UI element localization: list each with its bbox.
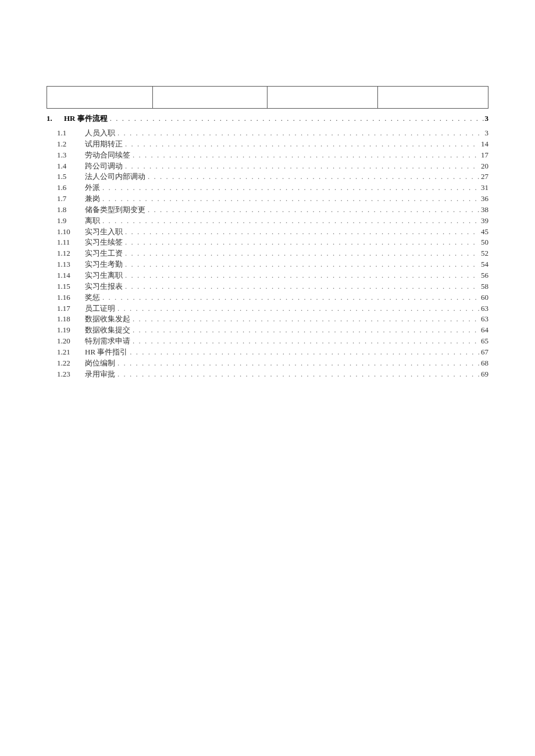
toc-row: 1.21HR 事件指引67 — [57, 347, 488, 358]
toc-row: 1.20特别需求申请65 — [57, 336, 488, 347]
toc-entry-number: 1.22 — [57, 358, 85, 369]
leader-dots — [130, 314, 480, 325]
toc-row: 1.5法人公司内部调动27 — [57, 171, 488, 182]
toc-section-row: 1. HR 事件流程 3 — [47, 113, 488, 124]
header-cell — [47, 87, 153, 109]
toc-entry-page: 39 — [480, 216, 488, 227]
toc-entry-title: 外派 — [85, 182, 100, 194]
toc-entry-title: 数据收集发起 — [85, 314, 130, 325]
leader-dots — [100, 182, 480, 194]
toc-entry-number: 1.5 — [57, 171, 85, 182]
leader-dots — [123, 259, 480, 270]
toc-entry-page: 38 — [480, 205, 488, 216]
toc-entry-number: 1.12 — [57, 248, 85, 259]
section-title: HR 事件流程 — [64, 113, 108, 124]
toc-entry-title: 奖惩 — [85, 292, 100, 303]
toc-entry-number: 1.2 — [57, 139, 85, 150]
toc-row: 1.1人员入职3 — [57, 128, 488, 139]
toc-entry-page: 50 — [480, 237, 488, 248]
toc-entry-page: 20 — [480, 161, 488, 172]
leader-dots — [115, 303, 480, 314]
header-table — [47, 86, 488, 109]
toc-entry-page: 64 — [480, 325, 488, 336]
toc-row: 1.10实习生入职45 — [57, 227, 488, 238]
toc-entry-title: 实习生考勤 — [85, 259, 123, 270]
toc-row: 1.22岗位编制68 — [57, 358, 488, 369]
toc-row: 1.14实习生离职56 — [57, 270, 488, 281]
toc-row: 1.6外派31 — [57, 182, 488, 194]
toc-entry-number: 1.6 — [57, 182, 85, 194]
toc-entry-title: 法人公司内部调动 — [85, 171, 145, 182]
toc-row: 1.7兼岗36 — [57, 194, 488, 205]
toc-row: 1.4跨公司调动20 — [57, 161, 488, 172]
leader-dots — [115, 358, 480, 369]
leader-dots — [145, 205, 480, 216]
toc-entry-number: 1.4 — [57, 161, 85, 172]
toc-row: 1.11实习生续签50 — [57, 237, 488, 248]
toc-entry-page: 36 — [480, 194, 488, 205]
toc-entry-page: 67 — [480, 347, 488, 358]
toc-entry-page: 68 — [480, 358, 488, 369]
toc-row: 1.16奖惩60 — [57, 292, 488, 303]
leader-dots — [123, 237, 480, 248]
leader-dots — [130, 150, 480, 161]
toc-row: 1.12实习生工资52 — [57, 248, 488, 259]
toc-entry-title: 实习生入职 — [85, 227, 123, 238]
toc-entry-title: 兼岗 — [85, 194, 100, 205]
toc-entry-title: 特别需求申请 — [85, 336, 130, 347]
toc-entry-number: 1.20 — [57, 336, 85, 347]
leader-dots — [100, 292, 480, 303]
toc-entry-number: 1.10 — [57, 227, 85, 238]
toc-entry-title: 试用期转正 — [85, 139, 123, 150]
toc-entry-title: 实习生报表 — [85, 281, 123, 292]
leader-dots — [123, 281, 480, 292]
toc-row: 1.3劳动合同续签17 — [57, 150, 488, 161]
toc-row: 1.17员工证明63 — [57, 303, 488, 314]
toc-entry-page: 60 — [480, 292, 488, 303]
toc-entry-page: 27 — [480, 171, 488, 182]
toc-entry-number: 1.21 — [57, 347, 85, 358]
toc-entry-title: HR 事件指引 — [85, 347, 127, 358]
leader-dots — [115, 369, 480, 380]
toc-entry-title: 数据收集提交 — [85, 325, 130, 336]
leader-dots — [123, 270, 480, 281]
toc-entry-number: 1.15 — [57, 281, 85, 292]
toc-entry-number: 1.17 — [57, 303, 85, 314]
header-cell — [378, 87, 488, 109]
leader-dots — [123, 248, 480, 259]
toc-row: 1.18数据收集发起63 — [57, 314, 488, 325]
toc-entry-number: 1.1 — [57, 128, 85, 139]
toc-entry-page: 52 — [480, 248, 488, 259]
toc-entry-page: 17 — [480, 150, 488, 161]
toc-row: 1.13实习生考勤54 — [57, 259, 488, 270]
toc-entry-title: 员工证明 — [85, 303, 115, 314]
toc-entry-number: 1.18 — [57, 314, 85, 325]
toc-entry-page: 3 — [484, 128, 489, 139]
toc-entry-title: 实习生工资 — [85, 248, 123, 259]
header-cell — [153, 87, 268, 109]
toc-entry-title: 岗位编制 — [85, 358, 115, 369]
section-page: 3 — [484, 114, 489, 123]
toc-entry-number: 1.13 — [57, 259, 85, 270]
table-row — [47, 87, 488, 109]
toc-entry-number: 1.23 — [57, 369, 85, 380]
toc-entry-title: 录用审批 — [85, 369, 115, 380]
toc-entry-number: 1.11 — [57, 237, 85, 248]
toc-entry-number: 1.7 — [57, 194, 85, 205]
toc-row: 1.15实习生报表58 — [57, 281, 488, 292]
toc-entry-title: 离职 — [85, 216, 100, 227]
toc-list: 1.1人员入职31.2试用期转正141.3劳动合同续签171.4跨公司调动201… — [47, 128, 488, 379]
toc-entry-title: 储备类型到期变更 — [85, 205, 145, 216]
leader-dots — [123, 161, 480, 172]
leader-dots — [130, 325, 480, 336]
toc-entry-title: 跨公司调动 — [85, 161, 123, 172]
toc-entry-page: 31 — [480, 182, 488, 194]
leader-dots — [108, 114, 484, 123]
toc-entry-page: 54 — [480, 259, 488, 270]
toc-entry-number: 1.8 — [57, 205, 85, 216]
toc-entry-page: 45 — [480, 227, 488, 238]
leader-dots — [127, 347, 480, 358]
toc-entry-page: 58 — [480, 281, 488, 292]
toc-entry-title: 人员入职 — [85, 128, 115, 139]
toc-entry-page: 65 — [480, 336, 488, 347]
